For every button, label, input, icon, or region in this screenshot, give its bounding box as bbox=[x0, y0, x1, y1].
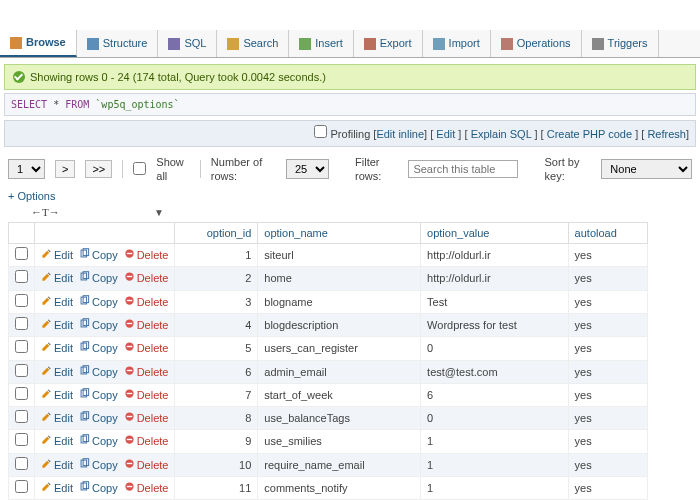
table-row: EditCopyDelete8use_balanceTags0yes bbox=[9, 407, 648, 430]
row-checkbox[interactable] bbox=[15, 317, 28, 330]
cell-option-value: 0 bbox=[421, 337, 569, 360]
filter-label: Filter rows: bbox=[355, 155, 398, 184]
minus-circle-icon bbox=[124, 411, 135, 425]
copy-row-link[interactable]: Copy bbox=[79, 434, 118, 448]
options-toggle-link[interactable]: + Options bbox=[8, 190, 55, 202]
edit-inline-link[interactable]: Edit inline bbox=[376, 128, 424, 140]
tab-insert[interactable]: Insert bbox=[289, 30, 354, 57]
col-option_name[interactable]: option_name bbox=[258, 222, 421, 243]
structure-icon bbox=[87, 38, 99, 50]
tab-operations[interactable]: Operations bbox=[491, 30, 582, 57]
cell-autoload: yes bbox=[568, 267, 647, 290]
create-php-link[interactable]: Create PHP code bbox=[547, 128, 632, 140]
edit-row-link[interactable]: Edit bbox=[41, 458, 73, 472]
tab-structure[interactable]: Structure bbox=[77, 30, 159, 57]
svg-rect-39 bbox=[126, 463, 132, 464]
minus-circle-icon bbox=[124, 388, 135, 402]
sql-icon bbox=[168, 38, 180, 50]
sort-indicator-row: ←T→ ▼ bbox=[0, 205, 700, 221]
copy-row-link[interactable]: Copy bbox=[79, 411, 118, 425]
edit-row-link[interactable]: Edit bbox=[41, 248, 73, 262]
col-option_id[interactable]: option_id bbox=[175, 222, 258, 243]
delete-row-link[interactable]: Delete bbox=[124, 341, 169, 355]
row-checkbox[interactable] bbox=[15, 364, 28, 377]
edit-row-link[interactable]: Edit bbox=[41, 388, 73, 402]
delete-row-link[interactable]: Delete bbox=[124, 388, 169, 402]
edit-row-link[interactable]: Edit bbox=[41, 341, 73, 355]
tab-export[interactable]: Export bbox=[354, 30, 423, 57]
svg-rect-11 bbox=[126, 299, 132, 300]
row-checkbox[interactable] bbox=[15, 457, 28, 470]
num-rows-select[interactable]: 25 bbox=[286, 159, 329, 179]
last-page-button[interactable]: >> bbox=[85, 160, 112, 178]
row-checkbox[interactable] bbox=[15, 433, 28, 446]
row-checkbox[interactable] bbox=[15, 410, 28, 423]
cell-option-id: 11 bbox=[175, 477, 258, 500]
row-actions: EditCopyDelete bbox=[41, 365, 168, 379]
delete-row-link[interactable]: Delete bbox=[124, 318, 169, 332]
delete-row-link[interactable]: Delete bbox=[124, 295, 169, 309]
edit-row-link[interactable]: Edit bbox=[41, 365, 73, 379]
copy-row-link[interactable]: Copy bbox=[79, 271, 118, 285]
show-all-checkbox[interactable] bbox=[133, 162, 146, 175]
tab-triggers[interactable]: Triggers bbox=[582, 30, 659, 57]
show-all-label: Show all bbox=[156, 155, 190, 184]
tab-browse[interactable]: Browse bbox=[0, 30, 77, 57]
edit-row-link[interactable]: Edit bbox=[41, 411, 73, 425]
tab-import[interactable]: Import bbox=[423, 30, 491, 57]
col-autoload[interactable]: autoload bbox=[568, 222, 647, 243]
delete-row-link[interactable]: Delete bbox=[124, 434, 169, 448]
tab-sql[interactable]: SQL bbox=[158, 30, 217, 57]
delete-row-link[interactable]: Delete bbox=[124, 411, 169, 425]
col-option_value[interactable]: option_value bbox=[421, 222, 569, 243]
cell-option-name: siteurl bbox=[258, 244, 421, 267]
edit-row-link[interactable]: Edit bbox=[41, 318, 73, 332]
copy-icon bbox=[79, 411, 90, 425]
filter-input[interactable] bbox=[408, 160, 518, 178]
edit-row-link[interactable]: Edit bbox=[41, 295, 73, 309]
delete-row-link[interactable]: Delete bbox=[124, 248, 169, 262]
copy-row-link[interactable]: Copy bbox=[79, 388, 118, 402]
row-checkbox[interactable] bbox=[15, 387, 28, 400]
pencil-icon bbox=[41, 271, 52, 285]
copy-row-link[interactable]: Copy bbox=[79, 481, 118, 495]
row-checkbox[interactable] bbox=[15, 294, 28, 307]
profiling-checkbox[interactable] bbox=[314, 125, 327, 138]
refresh-link[interactable]: Refresh bbox=[647, 128, 686, 140]
edit-link[interactable]: Edit bbox=[436, 128, 455, 140]
delete-row-link[interactable]: Delete bbox=[124, 365, 169, 379]
pencil-icon bbox=[41, 341, 52, 355]
copy-row-link[interactable]: Copy bbox=[79, 318, 118, 332]
table-row: EditCopyDelete10require_name_email1yes bbox=[9, 453, 648, 476]
explain-sql-link[interactable]: Explain SQL bbox=[471, 128, 532, 140]
copy-icon bbox=[79, 458, 90, 472]
copy-row-link[interactable]: Copy bbox=[79, 365, 118, 379]
cell-option-name: use_balanceTags bbox=[258, 407, 421, 430]
row-checkbox[interactable] bbox=[15, 480, 28, 493]
search-icon bbox=[227, 38, 239, 50]
row-checkbox[interactable] bbox=[15, 247, 28, 260]
cell-autoload: yes bbox=[568, 290, 647, 313]
sort-label: Sort by key: bbox=[545, 155, 592, 184]
table-row: EditCopyDelete3blognameTestyes bbox=[9, 290, 648, 313]
minus-circle-icon bbox=[124, 318, 135, 332]
tab-search[interactable]: Search bbox=[217, 30, 289, 57]
pencil-icon bbox=[41, 458, 52, 472]
next-page-button[interactable]: > bbox=[55, 160, 75, 178]
copy-row-link[interactable]: Copy bbox=[79, 458, 118, 472]
copy-row-link[interactable]: Copy bbox=[79, 248, 118, 262]
edit-row-link[interactable]: Edit bbox=[41, 434, 73, 448]
row-checkbox[interactable] bbox=[15, 340, 28, 353]
row-checkbox[interactable] bbox=[15, 270, 28, 283]
copy-row-link[interactable]: Copy bbox=[79, 341, 118, 355]
page-select[interactable]: 1 bbox=[8, 159, 45, 179]
delete-row-link[interactable]: Delete bbox=[124, 481, 169, 495]
table-row: EditCopyDelete1siteurlhttp://oldurl.irye… bbox=[9, 244, 648, 267]
edit-row-link[interactable]: Edit bbox=[41, 271, 73, 285]
cell-option-name: admin_email bbox=[258, 360, 421, 383]
delete-row-link[interactable]: Delete bbox=[124, 271, 169, 285]
copy-row-link[interactable]: Copy bbox=[79, 295, 118, 309]
delete-row-link[interactable]: Delete bbox=[124, 458, 169, 472]
sort-key-select[interactable]: None bbox=[601, 159, 692, 179]
edit-row-link[interactable]: Edit bbox=[41, 481, 73, 495]
